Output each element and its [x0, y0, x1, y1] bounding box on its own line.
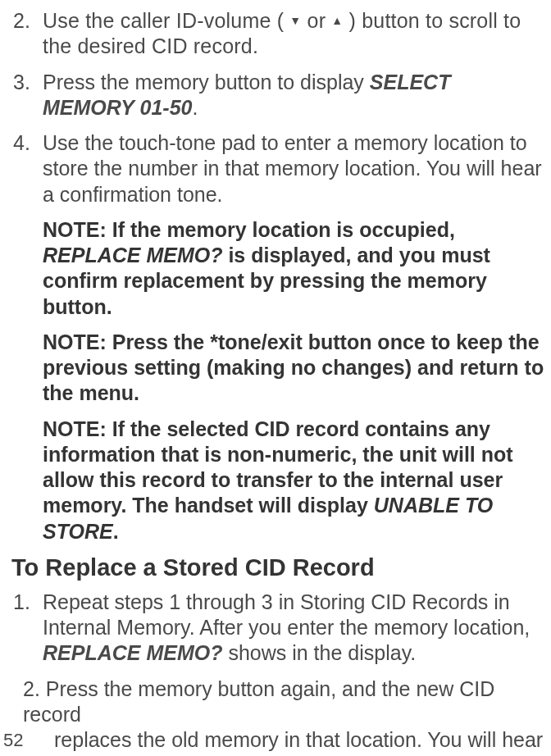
- note-1: NOTE: If the memory location is occupied…: [11, 217, 546, 320]
- chevron-down-icon: ▼: [289, 14, 301, 29]
- step-number: 3.: [11, 70, 43, 121]
- text: shows in the display.: [222, 641, 416, 664]
- note-text: .: [113, 520, 119, 543]
- text: or: [301, 9, 331, 32]
- step-text: Repeat steps 1 through 3 in Storing CID …: [43, 590, 546, 667]
- chevron-up-icon: ▲: [331, 14, 343, 29]
- text: Repeat steps 1 through 3 in Storing CID …: [43, 590, 530, 639]
- section-heading: To Replace a Stored CID Record: [0, 554, 551, 581]
- text: .: [192, 96, 198, 119]
- note-text: NOTE: If the memory location is occupied…: [43, 218, 455, 241]
- step-2: 2. Use the caller ID-volume ( ▼ or ▲ ) b…: [11, 8, 546, 60]
- replace-step-2: 2. Press the memory button again, and th…: [11, 676, 546, 757]
- step-number: 4.: [11, 130, 43, 207]
- step-text: Use the caller ID-volume ( ▼ or ▲ ) butt…: [43, 8, 546, 60]
- step-text: Press the memory button to display SELEC…: [43, 70, 546, 121]
- display-string: REPLACE MEMO?: [43, 641, 222, 664]
- replace-step-1: 1. Repeat steps 1 through 3 in Storing C…: [11, 590, 546, 667]
- replace-section: 1. Repeat steps 1 through 3 in Storing C…: [0, 590, 551, 756]
- note-2: NOTE: Press the *tone/exit button once t…: [11, 330, 546, 407]
- display-string: REPLACE MEMO?: [43, 244, 222, 266]
- step-number: 2.: [11, 8, 43, 60]
- step-number: 1.: [11, 590, 43, 667]
- text: replaces the old memory in that location…: [23, 727, 546, 756]
- step-text: Use the touch-tone pad to enter a memory…: [43, 130, 546, 207]
- page-content: 2. Use the caller ID-volume ( ▼ or ▲ ) b…: [0, 8, 551, 544]
- page-number: 52: [3, 730, 23, 751]
- step-4: 4. Use the touch-tone pad to enter a mem…: [11, 130, 546, 207]
- text: Use the caller ID-volume (: [43, 9, 289, 32]
- text: 2. Press the memory button again, and th…: [23, 677, 494, 726]
- note-3: NOTE: If the selected CID record contain…: [11, 417, 546, 544]
- text: Press the memory button to display: [43, 71, 370, 93]
- step-3: 3. Press the memory button to display SE…: [11, 70, 546, 121]
